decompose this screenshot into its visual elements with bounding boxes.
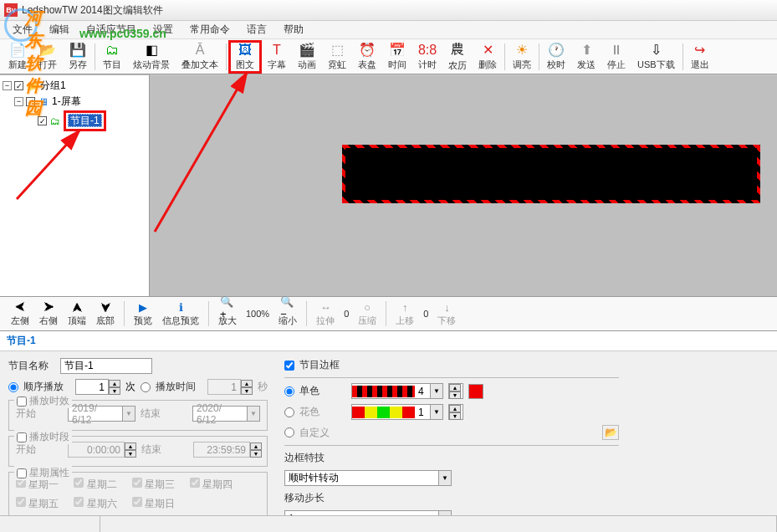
mid-icon: ↔ bbox=[318, 301, 333, 315]
mid-icon: ○ bbox=[360, 301, 375, 315]
tool-icon: 8:8 bbox=[419, 43, 436, 58]
preview-右侧[interactable]: ⮞右侧 bbox=[35, 299, 62, 329]
toolbar-停止[interactable]: ⏸停止 bbox=[601, 40, 631, 74]
app-icon: Bv bbox=[4, 3, 18, 17]
toolbar-退出[interactable]: ↪退出 bbox=[685, 40, 715, 74]
border-effect-combo[interactable]: 顺时针转动▼ bbox=[284, 470, 452, 486]
toolbar-字幕[interactable]: T字幕 bbox=[262, 40, 292, 74]
app-title: LedshowTW 2014图文编辑软件 bbox=[22, 3, 163, 18]
play-time-input bbox=[207, 379, 241, 395]
statusbar bbox=[0, 515, 777, 532]
dropdown-icon: ▼ bbox=[247, 407, 259, 421]
name-label: 节目名称 bbox=[8, 359, 55, 373]
annotation-arrow bbox=[13, 124, 92, 206]
preview-顶端[interactable]: ⮝顶端 bbox=[64, 299, 90, 329]
play-count-input[interactable] bbox=[75, 379, 109, 395]
toolbar-动画[interactable]: 🎬动画 bbox=[292, 40, 322, 74]
tool-icon: ⬆ bbox=[578, 42, 595, 58]
tool-icon: ☀ bbox=[514, 42, 530, 58]
color-swatch[interactable] bbox=[468, 384, 483, 399]
preview-信息预览[interactable]: ℹ信息预览 bbox=[158, 299, 203, 329]
preview-预览[interactable]: ▶预览 bbox=[130, 299, 156, 329]
menu-item[interactable]: 帮助 bbox=[275, 21, 312, 38]
properties-panel: 节目名称 顺序播放 ▲▼ 次 播放时间 ▲▼ 秒 播放时效 开始 2019/ 6… bbox=[0, 351, 777, 532]
single-color-combo[interactable]: 4▼ bbox=[351, 383, 443, 399]
weekday-checkbox[interactable] bbox=[17, 468, 27, 478]
menu-item[interactable]: 编辑 bbox=[41, 21, 78, 38]
play-period-group: 播放时段 开始 ▲▼ 结束 ▲▼ bbox=[8, 436, 268, 467]
preview-底部[interactable]: ⮟底部 bbox=[92, 299, 119, 329]
menu-item[interactable]: 设置 bbox=[145, 21, 181, 38]
tree-expand-icon[interactable]: − bbox=[14, 97, 23, 106]
play-sequential-radio[interactable] bbox=[8, 382, 18, 392]
dropdown-icon: ▼ bbox=[122, 407, 135, 421]
period-start-input bbox=[68, 442, 125, 458]
dropdown-icon[interactable]: ▼ bbox=[430, 384, 442, 398]
weekday-checkbox bbox=[190, 478, 200, 488]
weekday-group: 星期属性 星期一 星期二 星期三 星期四 星期五 星期六 星期日 bbox=[8, 472, 268, 520]
preview-左侧[interactable]: ⮜左侧 bbox=[7, 299, 33, 329]
spin-down[interactable]: ▼ bbox=[109, 387, 120, 395]
svg-line-0 bbox=[155, 73, 247, 232]
tree-checkbox[interactable] bbox=[14, 81, 23, 90]
mid-icon: ⮜ bbox=[13, 301, 28, 315]
preview-toolbar: ⮜左侧⮞右侧⮝顶端⮟底部▶预览ℹ信息预览🔍+放大100%🔍−缩小↔拉伸0○压缩↑… bbox=[0, 296, 777, 331]
tool-icon: ✕ bbox=[479, 42, 496, 58]
browse-button: 📂 bbox=[602, 425, 619, 440]
start-date-input: 2019/ 6/12 bbox=[69, 402, 122, 426]
toolbar-时间[interactable]: 📅时间 bbox=[382, 40, 412, 74]
flower-color-combo: 1▼ bbox=[351, 404, 443, 420]
tree-group-label[interactable]: 分组1 bbox=[40, 79, 66, 93]
flower-color-radio[interactable] bbox=[284, 407, 294, 417]
tree-expand-icon[interactable]: − bbox=[3, 81, 12, 90]
spin-up[interactable]: ▲ bbox=[109, 380, 120, 387]
spin-down: ▼ bbox=[241, 387, 253, 395]
toolbar-删除[interactable]: ✕删除 bbox=[473, 40, 503, 74]
tool-icon: 📄 bbox=[9, 42, 26, 58]
dropdown-icon: ▼ bbox=[430, 405, 442, 419]
mid-icon: ↑ bbox=[397, 301, 412, 315]
zoom-value: 100% bbox=[243, 309, 273, 319]
toolbar-发送[interactable]: ⬆发送 bbox=[571, 40, 601, 74]
single-color-radio[interactable] bbox=[284, 386, 294, 396]
border-enable-checkbox[interactable] bbox=[284, 361, 294, 371]
toolbar-表盘[interactable]: ⏰表盘 bbox=[352, 40, 382, 74]
toolbar-新建[interactable]: 📄新建 bbox=[3, 40, 33, 74]
toolbar-USB下载[interactable]: ⇩USB下载 bbox=[631, 40, 681, 74]
play-time-radio[interactable] bbox=[141, 382, 151, 392]
preview-放大[interactable]: 🔍+放大 bbox=[214, 299, 241, 329]
led-display-preview[interactable] bbox=[342, 145, 760, 203]
move-value: 0 bbox=[420, 309, 432, 319]
toolbar-计时[interactable]: 8:8计时 bbox=[412, 40, 442, 74]
menu-item[interactable]: 文件 bbox=[4, 21, 41, 38]
tool-icon: ⏸ bbox=[608, 43, 625, 58]
preview-缩小[interactable]: 🔍−缩小 bbox=[274, 299, 301, 329]
weekday-checkbox bbox=[74, 497, 84, 507]
play-effect-checkbox[interactable] bbox=[17, 396, 27, 407]
mid-icon: 🔍+ bbox=[220, 301, 235, 315]
spin[interactable]: ▲▼ bbox=[448, 383, 463, 399]
menu-item[interactable]: 常用命令 bbox=[181, 21, 238, 38]
weekday-checkbox bbox=[74, 478, 84, 488]
tool-icon: ⬚ bbox=[329, 42, 345, 58]
toolbar-另存[interactable]: 💾另存 bbox=[63, 40, 93, 74]
tree-checkbox[interactable] bbox=[26, 97, 35, 106]
dropdown-icon[interactable]: ▼ bbox=[438, 471, 451, 485]
period-end-input bbox=[193, 442, 250, 458]
border-title: 节目边框 bbox=[299, 358, 346, 372]
toolbar-调亮[interactable]: ☀调亮 bbox=[507, 40, 537, 74]
titlebar: Bv LedshowTW 2014图文编辑软件 bbox=[0, 0, 777, 21]
tree-screen-label[interactable]: 1-屏幕 bbox=[52, 95, 81, 109]
toolbar-打开[interactable]: 📂打开 bbox=[33, 40, 63, 74]
play-period-checkbox[interactable] bbox=[17, 432, 27, 442]
tool-icon: 📂 bbox=[39, 42, 56, 58]
program-name-input[interactable] bbox=[60, 358, 152, 374]
toolbar-校时[interactable]: 🕐校时 bbox=[541, 40, 571, 74]
custom-radio[interactable] bbox=[284, 427, 294, 437]
toolbar-霓虹[interactable]: ⬚霓虹 bbox=[322, 40, 352, 74]
menu-item[interactable]: 语言 bbox=[238, 21, 275, 38]
menu-item[interactable]: 自适应节目 bbox=[78, 21, 145, 38]
menubar: 文件编辑自适应节目设置常用命令语言帮助 bbox=[0, 21, 777, 39]
toolbar-节目[interactable]: 🗂节目 bbox=[97, 40, 127, 74]
toolbar-农历[interactable]: 農农历 bbox=[442, 40, 473, 74]
